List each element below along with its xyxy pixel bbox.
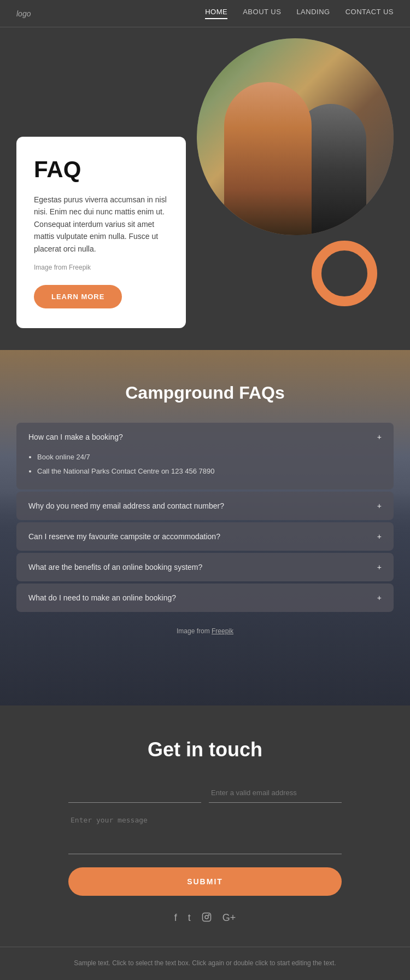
faq-question-3: Can I reserve my favourite campsite or a… xyxy=(28,532,220,541)
faq-question-4: What are the benefits of an online booki… xyxy=(28,563,202,571)
googleplus-icon[interactable]: G+ xyxy=(222,912,236,925)
person-female xyxy=(224,82,312,235)
hero-image xyxy=(197,38,394,235)
faq-body-1: Book online 24/7 Call the National Parks… xyxy=(16,451,394,489)
message-textarea[interactable] xyxy=(68,810,342,854)
faq-accordion: How can I make a booking? + Book online … xyxy=(16,423,394,612)
form-name-email-row xyxy=(68,783,342,803)
svg-point-1 xyxy=(205,915,208,919)
campground-title: Campground FAQs xyxy=(16,383,394,403)
svg-rect-0 xyxy=(202,913,210,921)
hero-section: FAQ Egestas purus viverra accumsan in ni… xyxy=(0,27,410,350)
faq-card: FAQ Egestas purus viverra accumsan in ni… xyxy=(16,137,186,328)
instagram-icon[interactable] xyxy=(202,912,212,925)
campground-section: Campground FAQs How can I make a booking… xyxy=(0,350,410,705)
faq-question-1: How can I make a booking? xyxy=(28,433,123,441)
freepik-link[interactable]: Freepik xyxy=(212,627,233,635)
faq-header-2[interactable]: Why do you need my email address and con… xyxy=(16,492,394,520)
faq-description: Egestas purus viverra accumsan in nisl n… xyxy=(34,194,168,255)
faq-toggle-1[interactable]: + xyxy=(377,433,382,441)
nav-home[interactable]: HOME xyxy=(205,8,227,19)
faq-item-2: Why do you need my email address and con… xyxy=(16,492,394,520)
campground-content: Campground FAQs How can I make a booking… xyxy=(0,350,410,657)
learn-more-button[interactable]: LEARN MORE xyxy=(34,285,122,308)
photo-couple xyxy=(197,38,394,235)
faq-header-5[interactable]: What do I need to make an online booking… xyxy=(16,584,394,612)
svg-point-2 xyxy=(208,914,209,915)
faq-item-4: What are the benefits of an online booki… xyxy=(16,553,394,581)
navbar: logo HOME ABOUT US LANDING CONTACT US xyxy=(0,0,410,27)
social-icons: f t G+ xyxy=(16,912,394,925)
hero-image-credit: Image from Freepik xyxy=(34,262,168,273)
faq-toggle-2[interactable]: + xyxy=(377,501,382,510)
contact-section: Get in touch SUBMIT f t G+ xyxy=(0,705,410,947)
faq-answer-item-1-2: Call the National Parks Contact Centre o… xyxy=(37,465,382,477)
faq-toggle-3[interactable]: + xyxy=(377,532,382,541)
footer: Sample text. Click to select the text bo… xyxy=(0,947,410,979)
faq-header-4[interactable]: What are the benefits of an online booki… xyxy=(16,553,394,581)
campground-image-credit: Image from Freepik xyxy=(16,627,394,635)
nav-about[interactable]: ABOUT US xyxy=(243,8,281,19)
faq-header-3[interactable]: Can I reserve my favourite campsite or a… xyxy=(16,522,394,551)
faq-item-5: What do I need to make an online booking… xyxy=(16,584,394,612)
faq-toggle-4[interactable]: + xyxy=(377,563,382,571)
hero-photo-bg xyxy=(197,38,394,235)
facebook-icon[interactable]: f xyxy=(174,912,177,925)
faq-answer-item-1-1: Book online 24/7 xyxy=(37,451,382,463)
nav-landing[interactable]: LANDING xyxy=(296,8,330,19)
logo: logo xyxy=(16,9,31,18)
faq-title: FAQ xyxy=(34,156,168,183)
faq-header-1[interactable]: How can I make a booking? + xyxy=(16,423,394,451)
nav-links: HOME ABOUT US LANDING CONTACT US xyxy=(205,8,394,19)
faq-item-1: How can I make a booking? + Book online … xyxy=(16,423,394,489)
submit-button[interactable]: SUBMIT xyxy=(68,867,342,896)
contact-form: SUBMIT xyxy=(68,783,342,896)
faq-question-5: What do I need to make an online booking… xyxy=(28,593,176,602)
nav-contact[interactable]: CONTACT US xyxy=(345,8,394,19)
name-input[interactable] xyxy=(68,783,201,803)
faq-item-3: Can I reserve my favourite campsite or a… xyxy=(16,522,394,551)
twitter-icon[interactable]: t xyxy=(188,912,191,925)
orange-ring-decoration xyxy=(312,241,377,306)
faq-toggle-5[interactable]: + xyxy=(377,593,382,602)
faq-question-2: Why do you need my email address and con… xyxy=(28,501,224,510)
contact-title: Get in touch xyxy=(16,738,394,761)
footer-text: Sample text. Click to select the text bo… xyxy=(16,958,394,969)
email-input[interactable] xyxy=(209,783,342,803)
